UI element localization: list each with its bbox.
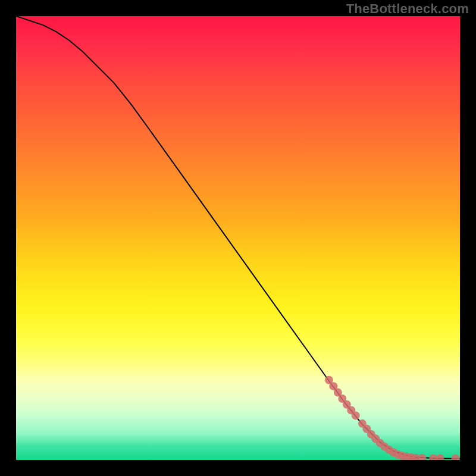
data-marker (418, 454, 427, 460)
data-marker (436, 455, 444, 460)
plot-area (16, 16, 460, 460)
data-markers (325, 376, 460, 460)
data-marker (352, 411, 360, 419)
chart-svg (16, 16, 460, 460)
curve-line (16, 16, 460, 459)
watermark-text: TheBottleneck.com (346, 1, 469, 17)
chart-frame: TheBottleneck.com (0, 0, 476, 476)
data-marker (452, 455, 460, 460)
